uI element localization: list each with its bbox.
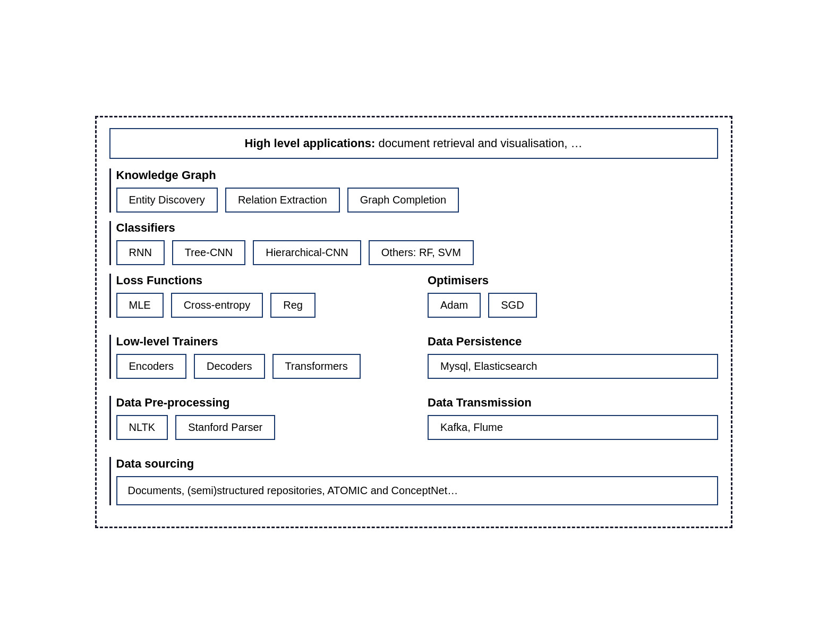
entity-discovery-box: Entity Discovery [116,188,218,213]
kafka-flume-label: Kafka, Flume [440,421,503,433]
data-sourcing-item-label: Documents, (semi)structured repositories… [128,485,458,496]
low-level-trainers-items: Encoders Decoders Transformers [116,354,407,379]
mle-box: MLE [116,293,164,318]
encoders-box: Encoders [116,354,187,379]
entity-discovery-label: Entity Discovery [129,194,205,206]
sgd-label: SGD [501,299,524,311]
decoders-box: Decoders [194,354,265,379]
data-preprocessing-items: NLTK Stanford Parser [116,415,407,440]
mysql-elasticsearch-label: Mysql, Elasticsearch [440,360,537,372]
data-transmission-section: Data Transmission Kafka, Flume [417,396,718,448]
high-level-box: High level applications: document retrie… [109,128,718,159]
stanford-parser-box: Stanford Parser [175,415,275,440]
data-sourcing-label: Data sourcing [116,457,718,471]
encoders-label: Encoders [129,360,174,372]
high-level-description: document retrieval and visualisation, … [375,137,582,150]
data-persistence-label: Data Persistence [428,335,718,349]
nltk-box: NLTK [116,415,168,440]
classifiers-items: RNN Tree-CNN Hierarchical-CNN Others: RF… [116,240,718,265]
reg-label: Reg [283,299,303,311]
loss-optimisers-row: Loss Functions MLE Cross-entropy Reg Opt… [109,274,718,326]
cross-entropy-label: Cross-entropy [184,299,251,311]
relation-extraction-label: Relation Extraction [238,194,327,206]
data-transmission-label: Data Transmission [428,396,718,410]
graph-completion-box: Graph Completion [347,188,459,213]
knowledge-graph-section: Knowledge Graph Entity Discovery Relatio… [109,168,718,213]
data-preprocessing-label: Data Pre-processing [116,396,407,410]
low-level-trainers-section: Low-level Trainers Encoders Decoders Tra… [109,335,417,379]
others-box: Others: RF, SVM [369,240,474,265]
loss-functions-label: Loss Functions [116,274,407,287]
mysql-elasticsearch-box: Mysql, Elasticsearch [428,354,718,379]
kafka-flume-box: Kafka, Flume [428,415,718,440]
optimisers-section: Optimisers Adam SGD [417,274,718,326]
trainers-persistence-row: Low-level Trainers Encoders Decoders Tra… [109,335,718,387]
low-level-trainers-label: Low-level Trainers [116,335,407,349]
optimisers-label: Optimisers [428,274,718,287]
main-container: High level applications: document retrie… [95,116,732,528]
data-persistence-items: Mysql, Elasticsearch [428,354,718,379]
rnn-label: RNN [129,247,152,258]
nltk-label: NLTK [129,421,156,433]
decoders-label: Decoders [207,360,252,372]
tree-cnn-box: Tree-CNN [172,240,245,265]
graph-completion-label: Graph Completion [360,194,446,206]
adam-box: Adam [428,293,481,318]
stanford-parser-label: Stanford Parser [188,421,262,433]
knowledge-graph-label: Knowledge Graph [116,168,718,182]
transformers-box: Transformers [272,354,361,379]
classifiers-section: Classifiers RNN Tree-CNN Hierarchical-CN… [109,221,718,265]
adam-label: Adam [440,299,468,311]
classifiers-label: Classifiers [116,221,718,235]
transformers-label: Transformers [285,360,348,372]
optimisers-items: Adam SGD [428,293,718,318]
relation-extraction-box: Relation Extraction [225,188,340,213]
mle-label: MLE [129,299,151,311]
rnn-box: RNN [116,240,165,265]
preprocessing-transmission-row: Data Pre-processing NLTK Stanford Parser… [109,396,718,448]
knowledge-graph-items: Entity Discovery Relation Extraction Gra… [116,188,718,213]
data-sourcing-box: Documents, (semi)structured repositories… [116,476,718,505]
hierarchical-cnn-box: Hierarchical-CNN [253,240,361,265]
loss-functions-items: MLE Cross-entropy Reg [116,293,407,318]
tree-cnn-label: Tree-CNN [185,247,233,258]
reg-box: Reg [270,293,316,318]
high-level-label: High level applications: [245,137,376,150]
data-transmission-items: Kafka, Flume [428,415,718,440]
data-persistence-section: Data Persistence Mysql, Elasticsearch [417,335,718,387]
others-label: Others: RF, SVM [381,247,461,258]
data-preprocessing-section: Data Pre-processing NLTK Stanford Parser [109,396,417,440]
sgd-box: SGD [488,293,536,318]
cross-entropy-box: Cross-entropy [171,293,263,318]
hierarchical-cnn-label: Hierarchical-CNN [266,247,348,258]
data-sourcing-section: Data sourcing Documents, (semi)structure… [109,457,718,505]
loss-functions-section: Loss Functions MLE Cross-entropy Reg [109,274,417,318]
